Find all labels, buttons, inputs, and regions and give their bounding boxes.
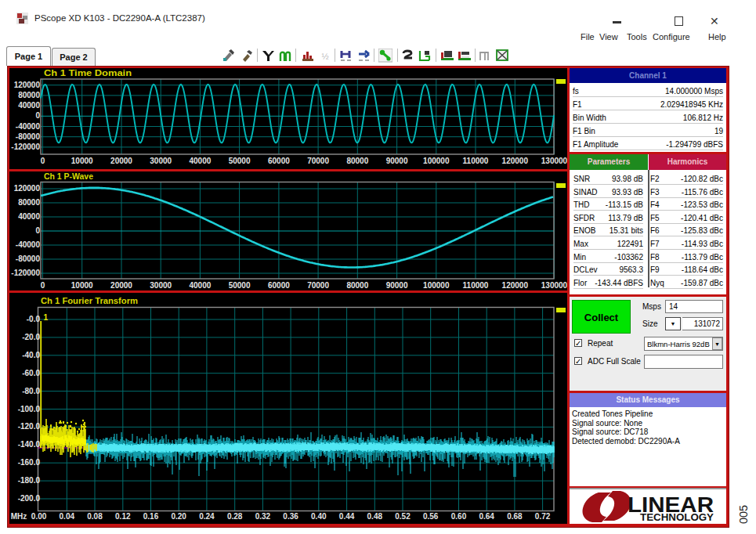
svg-text:120000: 120000 xyxy=(14,81,41,89)
svg-text:60000: 60000 xyxy=(268,281,290,290)
svg-text:0.60: 0.60 xyxy=(451,512,467,521)
svg-text:20000: 20000 xyxy=(110,157,132,165)
svg-text:0.68: 0.68 xyxy=(507,512,523,521)
svg-text:70000: 70000 xyxy=(307,157,329,165)
svg-text:0.32: 0.32 xyxy=(255,512,271,521)
svg-text:80000: 80000 xyxy=(346,281,368,290)
svg-text:0.28: 0.28 xyxy=(227,512,243,521)
svg-text:0.40: 0.40 xyxy=(311,512,327,521)
svg-text:0.20: 0.20 xyxy=(171,512,186,521)
svg-text:120000: 120000 xyxy=(502,157,529,165)
svg-text:130000: 130000 xyxy=(541,281,567,290)
svg-text:50000: 50000 xyxy=(229,281,251,290)
svg-text:0.24: 0.24 xyxy=(199,512,215,521)
svg-text:0.64: 0.64 xyxy=(479,512,494,521)
svg-text:40000: 40000 xyxy=(189,157,211,165)
svg-text:0.08: 0.08 xyxy=(87,512,103,521)
svg-text:110000: 110000 xyxy=(463,157,489,165)
svg-text:0.16: 0.16 xyxy=(143,512,159,521)
svg-text:-80000: -80000 xyxy=(16,132,41,141)
svg-text:½: ½ xyxy=(321,52,328,61)
svg-text:-40.0: -40.0 xyxy=(22,351,40,359)
svg-text:-140.0: -140.0 xyxy=(18,440,41,449)
svg-text:80000: 80000 xyxy=(18,91,40,99)
svg-text:30000: 30000 xyxy=(150,157,172,165)
svg-text:MHz: MHz xyxy=(11,512,27,521)
svg-text:80000: 80000 xyxy=(18,198,40,207)
svg-text:0: 0 xyxy=(35,111,40,120)
svg-text:40000: 40000 xyxy=(18,101,40,110)
svg-text:0.44: 0.44 xyxy=(339,512,355,521)
svg-text:10000: 10000 xyxy=(71,281,93,290)
svg-text:-80000: -80000 xyxy=(16,254,41,263)
svg-text:-120000: -120000 xyxy=(11,269,40,277)
svg-text:120000: 120000 xyxy=(502,281,529,290)
svg-text:-100.0: -100.0 xyxy=(18,405,41,413)
svg-text:-40000: -40000 xyxy=(16,240,41,249)
svg-text:100000: 100000 xyxy=(423,281,450,290)
svg-text:0: 0 xyxy=(41,281,45,290)
svg-text:120000: 120000 xyxy=(14,184,41,193)
svg-text:30000: 30000 xyxy=(150,281,172,290)
svg-text:Ch 1 Time Domain: Ch 1 Time Domain xyxy=(44,68,132,78)
svg-text:0: 0 xyxy=(35,226,40,235)
svg-text:40000: 40000 xyxy=(18,212,40,221)
svg-text:110000: 110000 xyxy=(463,281,489,290)
svg-text:0.52: 0.52 xyxy=(395,512,411,521)
svg-text:0.72: 0.72 xyxy=(535,512,551,521)
svg-text:-0.0: -0.0 xyxy=(27,315,41,323)
svg-text:0.36: 0.36 xyxy=(283,512,298,521)
svg-text:90000: 90000 xyxy=(386,281,408,290)
svg-text:-40000: -40000 xyxy=(16,122,41,131)
svg-text:20000: 20000 xyxy=(110,281,132,290)
svg-text:0.56: 0.56 xyxy=(423,512,439,521)
svg-text:0.04: 0.04 xyxy=(60,512,75,521)
svg-text:0.00: 0.00 xyxy=(31,512,47,521)
svg-text:1: 1 xyxy=(44,313,49,322)
svg-text:0: 0 xyxy=(41,157,45,165)
svg-text:-200.0: -200.0 xyxy=(18,494,41,503)
svg-text:-20.0: -20.0 xyxy=(22,333,40,341)
svg-text:130000: 130000 xyxy=(541,157,567,165)
svg-text:10000: 10000 xyxy=(71,157,93,165)
svg-text:0.12: 0.12 xyxy=(115,512,131,521)
svg-text:-180.0: -180.0 xyxy=(18,476,41,485)
svg-text:60000: 60000 xyxy=(268,157,290,165)
svg-text:40000: 40000 xyxy=(189,281,211,290)
svg-text:TECHNOLOGY: TECHNOLOGY xyxy=(640,512,714,523)
svg-text:-160.0: -160.0 xyxy=(18,458,41,467)
svg-text:-60.0: -60.0 xyxy=(22,369,40,377)
svg-text:100000: 100000 xyxy=(423,157,450,165)
svg-text:Ch 1 P-Wave: Ch 1 P-Wave xyxy=(44,171,93,181)
svg-text:80000: 80000 xyxy=(346,157,368,165)
svg-text:Ch 1 Fourier Transform: Ch 1 Fourier Transform xyxy=(41,296,138,305)
svg-text:50000: 50000 xyxy=(229,157,251,165)
svg-text:0.48: 0.48 xyxy=(367,512,383,521)
svg-text:-120000: -120000 xyxy=(11,143,40,151)
svg-text:90000: 90000 xyxy=(386,157,408,165)
svg-text:70000: 70000 xyxy=(307,281,329,290)
svg-text:-120.0: -120.0 xyxy=(18,422,41,431)
svg-text:-80.0: -80.0 xyxy=(22,387,40,395)
